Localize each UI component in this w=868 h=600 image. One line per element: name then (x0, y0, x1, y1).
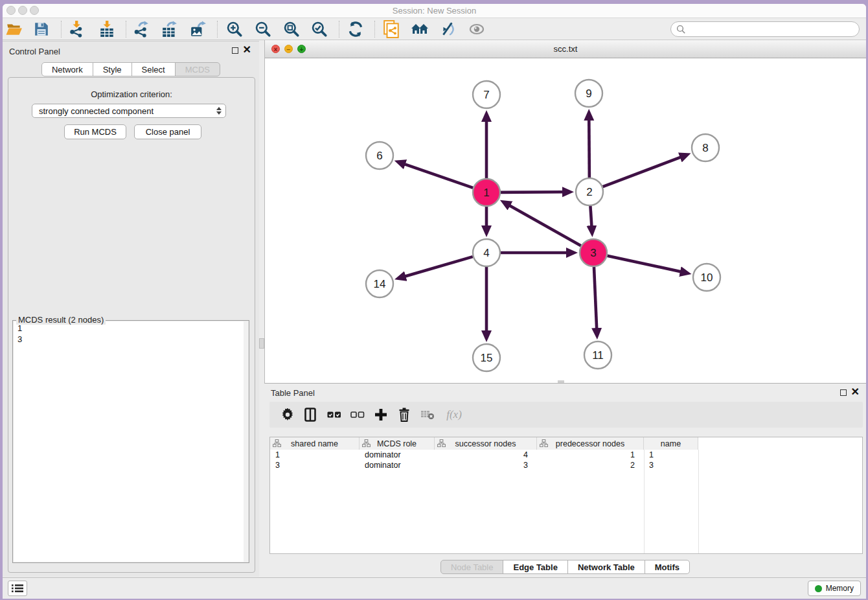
table-tabs: Node TableEdge TableNetwork TableMotifs (264, 560, 866, 574)
table-close-icon[interactable]: ✕ (851, 386, 860, 398)
run-mcds-button[interactable]: Run MCDS (64, 124, 126, 139)
edge-2-8[interactable] (603, 157, 681, 187)
cell-successor-nodes[interactable]: 4 (435, 450, 537, 460)
node-table[interactable]: shared nameMCDS rolesuccessor nodesprede… (269, 437, 863, 554)
column-divider (698, 450, 699, 553)
zoom-in-icon[interactable] (223, 19, 246, 39)
deselect-all-columns-icon[interactable] (346, 405, 369, 424)
network-resize-handle[interactable] (558, 380, 564, 383)
network-view-panel: × − + scc.txt 7968124314101511 (264, 40, 866, 384)
cell-predecessor-nodes[interactable]: 2 (537, 460, 644, 470)
tab-motifs[interactable]: Motifs (645, 560, 690, 574)
close-panel-button[interactable]: Close panel (134, 124, 201, 139)
cell-shared-name[interactable]: 3 (270, 460, 360, 470)
toolbar-separator (374, 21, 375, 38)
column-header-name[interactable]: name (644, 437, 698, 450)
delete-columns-icon[interactable] (393, 405, 416, 424)
node-label-6: 6 (376, 150, 382, 162)
node-label-15: 15 (481, 352, 493, 364)
export-table-icon[interactable] (159, 19, 181, 39)
toolbar-separator (339, 21, 339, 38)
dropdown-stepper-icon (214, 106, 223, 116)
select-all-columns-icon[interactable] (323, 405, 346, 424)
tab-mcds[interactable]: MCDS (175, 62, 220, 76)
mcds-result-text[interactable]: 1 3 (14, 321, 244, 562)
optimization-criterion-label: Optimization criterion: (8, 89, 255, 99)
edge-4-14[interactable] (405, 257, 473, 276)
table-float-icon[interactable] (840, 389, 847, 396)
table-panel-title: Table Panel (271, 388, 315, 398)
import-network-icon[interactable] (65, 19, 87, 39)
cell-successor-nodes[interactable]: 3 (435, 460, 537, 470)
result-scrollbar[interactable] (244, 321, 248, 562)
add-column-icon[interactable] (369, 405, 393, 424)
network-titlebar[interactable]: × − + scc.txt (265, 40, 866, 58)
tab-edge-table[interactable]: Edge Table (503, 560, 567, 574)
float-panel-icon[interactable] (232, 47, 238, 54)
network-title: scc.txt (265, 44, 866, 54)
cell-MCDS-role[interactable]: dominator (360, 460, 435, 470)
edge-2-3[interactable] (590, 206, 591, 226)
save-session-icon[interactable] (30, 19, 52, 39)
zoom-fit-icon[interactable] (280, 19, 303, 39)
hierarchy-icon (437, 439, 446, 449)
import-table-icon[interactable] (96, 19, 118, 39)
cell-shared-name[interactable]: 1 (270, 450, 360, 460)
column-header-MCDS-role[interactable]: MCDS role (360, 437, 435, 450)
main-toolbar (3, 18, 866, 40)
node-label-11: 11 (592, 349, 604, 362)
apply-layout-icon[interactable] (345, 19, 367, 39)
tab-select[interactable]: Select (131, 62, 176, 76)
memory-label: Memory (826, 584, 854, 593)
status-bar: Memory (3, 577, 866, 599)
memory-button[interactable]: Memory (808, 581, 861, 596)
zoom-selected-icon[interactable] (308, 19, 330, 39)
search-input[interactable] (670, 21, 860, 37)
cell-name[interactable]: 1 (644, 450, 698, 460)
column-divider (644, 450, 645, 553)
open-session-icon[interactable] (3, 19, 25, 39)
export-network-icon[interactable] (130, 19, 152, 39)
open-network-from-ndex-icon[interactable] (380, 19, 402, 39)
tab-style[interactable]: Style (93, 62, 132, 76)
show-columns-icon[interactable] (299, 405, 323, 424)
table-toolbar: f(x) (269, 402, 863, 428)
edge-3-11[interactable] (594, 267, 597, 329)
panel-splitter-handle[interactable] (259, 338, 264, 349)
edge-3-10[interactable] (607, 256, 680, 272)
mcds-result-title: MCDS result (2 nodes) (16, 315, 106, 325)
table-row[interactable]: 1dominator411 (270, 450, 698, 460)
export-image-icon[interactable] (187, 19, 209, 39)
node-label-2: 2 (586, 186, 592, 198)
network-canvas[interactable]: 7968124314101511 (265, 58, 866, 383)
node-label-3: 3 (590, 247, 596, 259)
show-eye-icon (466, 19, 488, 39)
column-header-shared-name[interactable]: shared name (270, 437, 360, 450)
close-panel-icon[interactable]: ✕ (243, 44, 251, 56)
ndex-home-icon[interactable] (409, 19, 431, 39)
column-header-predecessor-nodes[interactable]: predecessor nodes (537, 437, 644, 450)
tab-network-table[interactable]: Network Table (567, 560, 645, 574)
edge-1-6[interactable] (405, 164, 473, 187)
cell-predecessor-nodes[interactable]: 1 (537, 450, 644, 460)
settings-gear-icon[interactable] (276, 405, 299, 424)
tab-network[interactable]: Network (41, 62, 93, 76)
criterion-dropdown[interactable]: strongly connected component (32, 104, 226, 118)
hide-panel-icon[interactable] (437, 19, 459, 39)
node-label-4: 4 (483, 247, 489, 259)
table-row[interactable]: 3dominator323 (270, 460, 698, 470)
edge-3-1[interactable] (510, 205, 581, 246)
zoom-out-icon[interactable] (252, 19, 274, 39)
node-label-14: 14 (374, 278, 386, 290)
network-graph[interactable]: 7968124314101511 (265, 58, 866, 382)
edge-1-2[interactable] (501, 192, 563, 192)
delete-table-icon[interactable] (416, 405, 439, 424)
app-titlebar: Session: New Session (3, 4, 866, 18)
task-history-button[interactable] (8, 581, 27, 596)
cell-name[interactable]: 3 (644, 460, 698, 470)
node-label-10: 10 (701, 271, 713, 284)
cell-MCDS-role[interactable]: dominator (360, 450, 435, 460)
edge-2-9[interactable] (589, 120, 589, 178)
tab-node-table[interactable]: Node Table (440, 560, 504, 574)
column-header-successor-nodes[interactable]: successor nodes (435, 437, 537, 450)
